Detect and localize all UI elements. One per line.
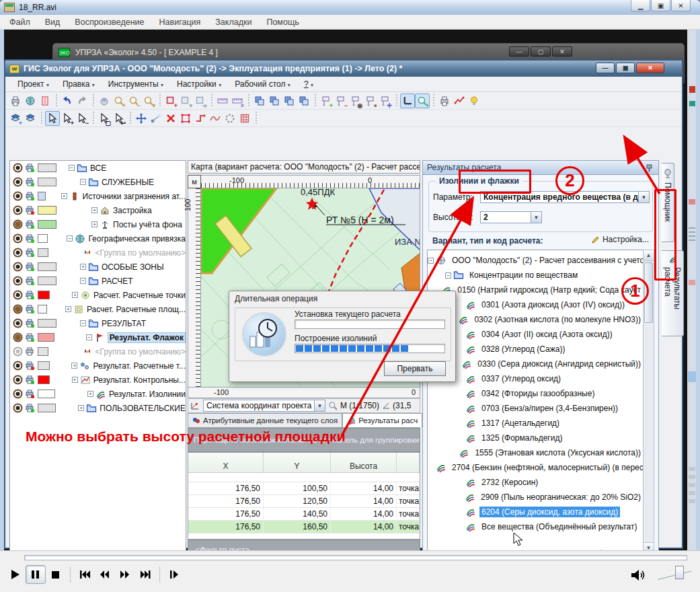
uprza-close-button[interactable]: ✕ bbox=[552, 46, 572, 57]
layer-print-icon[interactable] bbox=[25, 318, 35, 328]
layer-visibility-eye-icon[interactable] bbox=[13, 361, 23, 371]
close-button[interactable]: ✕ bbox=[671, 0, 691, 11]
trace-line-icon[interactable] bbox=[193, 111, 208, 126]
tree-expander[interactable]: + bbox=[72, 377, 78, 383]
layer-print-icon[interactable] bbox=[25, 403, 35, 413]
layer-visibility-eye-icon[interactable] bbox=[13, 290, 23, 300]
zoom-search-icon[interactable]: + bbox=[415, 94, 430, 108]
layer-color-swatch[interactable] bbox=[38, 276, 56, 285]
tree-expander[interactable]: − bbox=[428, 258, 434, 264]
stop-button[interactable] bbox=[46, 565, 66, 584]
layer-print-icon[interactable] bbox=[25, 276, 35, 286]
layer-row[interactable]: +ПОЛЬЗОВАТЕЛЬСКИЕ bbox=[10, 401, 186, 415]
menu-help[interactable]: Помощь bbox=[266, 17, 299, 27]
select-icon[interactable] bbox=[45, 111, 60, 126]
variant-tree-row[interactable]: +0301 (Азота диоксид (Азот (IV) оксид)) bbox=[428, 297, 643, 312]
column-header[interactable]: Высота bbox=[331, 453, 397, 472]
tree-expander[interactable]: − bbox=[80, 278, 86, 284]
layer-color-swatch[interactable] bbox=[38, 333, 54, 342]
zoom-page-icon[interactable]: ▾ bbox=[141, 94, 156, 108]
select-rect-icon[interactable]: ▢ bbox=[97, 111, 112, 126]
layer-color-swatch[interactable] bbox=[38, 262, 56, 271]
tree-expander[interactable]: + bbox=[91, 221, 98, 227]
layer-print-icon[interactable] bbox=[25, 304, 35, 314]
layer-visibility-eye-icon[interactable] bbox=[13, 191, 23, 201]
layer-color-swatch[interactable] bbox=[38, 319, 56, 328]
table-header-row[interactable]: XYВысота bbox=[188, 453, 420, 473]
layer-color-swatch[interactable] bbox=[38, 248, 48, 257]
variant-tree-row[interactable]: +0328 (Углерод (Сажа)) bbox=[428, 342, 643, 357]
layer-print-icon[interactable] bbox=[25, 361, 35, 371]
layer-visibility-eye-icon[interactable] bbox=[13, 304, 23, 314]
layer-color-swatch[interactable] bbox=[38, 220, 56, 229]
variant-tree-row[interactable]: +6204 (Серы диоксид, азота диоксид) bbox=[428, 505, 643, 519]
layer-print-icon[interactable] bbox=[25, 191, 35, 201]
restore-button[interactable]: ▣ bbox=[651, 0, 670, 11]
layer-visibility-eye-icon[interactable] bbox=[13, 205, 23, 215]
menu-file[interactable]: Файл bbox=[9, 17, 30, 27]
highlight-icon[interactable] bbox=[467, 94, 481, 108]
layer-row[interactable]: −РЕЗУЛЬТАТ bbox=[10, 316, 186, 330]
layer-visibility-eye-icon[interactable] bbox=[13, 403, 23, 413]
layers-add-icon[interactable]: + bbox=[8, 111, 23, 126]
variant-tree-row[interactable]: +1325 (Формальдегид) bbox=[428, 431, 643, 445]
gis-menu-edit[interactable]: Правка ▾ bbox=[57, 78, 100, 90]
layer-visibility-eye-icon[interactable] bbox=[13, 375, 23, 385]
tag-visibility-icon[interactable]: ◉ bbox=[348, 94, 363, 108]
layer-color-swatch[interactable] bbox=[38, 206, 56, 215]
layer-back-icon[interactable] bbox=[297, 94, 311, 108]
layer-visibility-eye-icon[interactable] bbox=[13, 248, 23, 258]
variant-tree-row[interactable]: +2732 (Керосин) bbox=[428, 475, 643, 490]
pick-object-icon[interactable]: ➜ bbox=[193, 94, 208, 108]
layer-visibility-eye-icon[interactable] bbox=[13, 262, 23, 272]
variant-tree-row[interactable]: +0337 (Углерод оксид) bbox=[428, 371, 643, 386]
tag-fill-icon[interactable]: ● bbox=[363, 94, 378, 108]
minimize-button[interactable]: ▁ bbox=[631, 0, 650, 11]
tab-calc-results-side[interactable]: Результаты расчета bbox=[662, 250, 684, 336]
variant-tree-row[interactable]: +0330 (Сера диоксид (Ангидрид сернистый)… bbox=[428, 357, 643, 371]
speaker-icon[interactable] bbox=[629, 567, 648, 583]
tree-expander[interactable]: − bbox=[80, 179, 86, 185]
layer-print-icon[interactable] bbox=[25, 346, 35, 357]
tree-expander[interactable]: − bbox=[67, 235, 73, 242]
confirm-object-icon[interactable]: ▾ bbox=[178, 94, 193, 108]
table-row[interactable]: 176,50160,5014,00точка bbox=[188, 521, 420, 533]
zoom-out-icon[interactable]: − bbox=[126, 94, 141, 108]
add-object-icon[interactable]: + bbox=[163, 94, 178, 108]
layer-print-icon[interactable] bbox=[25, 205, 35, 215]
layer-visibility-eye-icon[interactable] bbox=[13, 346, 23, 357]
layer-color-swatch[interactable] bbox=[38, 291, 50, 299]
pan-icon[interactable] bbox=[97, 94, 112, 108]
layer-print-icon[interactable] bbox=[25, 332, 35, 342]
forward-button[interactable] bbox=[115, 565, 135, 584]
layer-print-icon[interactable] bbox=[25, 177, 35, 187]
layer-row[interactable]: −РАСЧЕТ bbox=[10, 274, 186, 288]
tag-remove-icon[interactable]: − bbox=[334, 94, 348, 108]
layer-color-swatch[interactable] bbox=[38, 347, 48, 356]
frame-step-button[interactable] bbox=[164, 565, 184, 584]
tree-expander[interactable]: + bbox=[71, 363, 77, 369]
tree-expander[interactable]: + bbox=[80, 264, 86, 270]
layer-front-icon[interactable] bbox=[282, 94, 297, 108]
variant-tree-row[interactable]: −Концентрации по веществам bbox=[428, 268, 643, 283]
print-map-icon[interactable] bbox=[437, 94, 452, 108]
scroll-up-button[interactable]: ▲ bbox=[644, 250, 654, 261]
skip-end-button[interactable] bbox=[135, 565, 155, 584]
select-remove-icon[interactable]: − bbox=[75, 111, 89, 126]
edit-polygon-icon[interactable] bbox=[178, 111, 193, 126]
layer-row[interactable]: +Расчет. Расчетные площ... bbox=[10, 302, 186, 316]
undo-icon[interactable] bbox=[60, 94, 75, 108]
variant-tree-row[interactable]: −ООО "Молодость" (2) - Расчет рассеивани… bbox=[428, 253, 643, 268]
table-row[interactable]: 176,50120,5014,00точка bbox=[188, 495, 420, 508]
variant-tree-row[interactable]: +0150 (Натрий гидроксид (Натр едкий; Сод… bbox=[428, 283, 643, 297]
select-undo-icon[interactable]: ↩ bbox=[112, 111, 126, 126]
layer-row[interactable]: −ВСЕ bbox=[10, 161, 186, 175]
column-header[interactable]: Y bbox=[264, 453, 331, 472]
save-map-icon[interactable] bbox=[23, 94, 38, 108]
tree-expander[interactable]: + bbox=[61, 193, 67, 199]
tree-expander[interactable]: − bbox=[86, 334, 92, 340]
skip-start-button[interactable] bbox=[75, 565, 95, 584]
layer-print-icon[interactable] bbox=[25, 389, 35, 399]
layer-print-icon[interactable] bbox=[25, 219, 35, 229]
tree-expander[interactable]: − bbox=[69, 165, 75, 171]
